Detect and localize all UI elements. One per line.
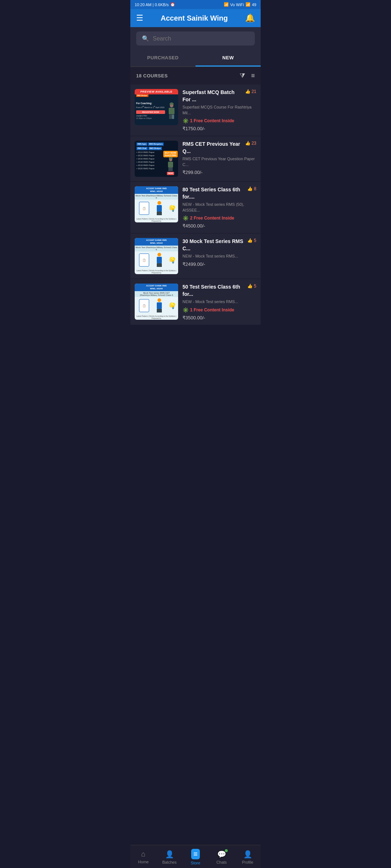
course-info-3: 80 Test Series Class 6th for.... 👍 8 NEW… [182,186,256,229]
list-item[interactable]: ACCENT SAINIK RMSWING, HISAR Mock Test (… [130,182,261,233]
star-icon: ✳️ [182,215,189,221]
courses-actions: ⧩ ≡ [240,72,255,80]
course-thumbnail-4: ACCENT SAINIK RMSWING, HISAR Mock Test (… [135,238,178,274]
course-price: ₹2499.00/- [182,261,256,267]
course-title: 80 Test Series Class 6th for.... [182,186,246,200]
course-description: NEW - Mock Test series RMS (50), AISSEE.… [182,202,256,213]
course-thumbnail-3: ACCENT SAINIK RMSWING, HISAR Mock Test (… [135,186,178,222]
thumbs-up-icon: 👍 [247,284,253,289]
course-thumbnail-5: ACCENT SAINIK RMSWING, HISAR Mock Test s… [135,284,178,320]
free-content-badge: ✳️ 1 Free Content Inside [182,118,256,124]
signal-icon: 📶 [224,2,229,7]
list-item[interactable]: ACCENT SAINIK RMSWING, HISAR Mock Test (… [130,234,261,278]
list-item[interactable]: ACCENT SAINIK RMSWING, HISAR Mock Test s… [130,279,261,325]
status-right: 📶 Vo WiFi 📶 49 [224,2,256,7]
course-thumbnail-2: RMS Agra RMS Bengaluru RMS Chail RMS Dho… [135,141,178,177]
course-info-4: 30 Mock Test Series RMS C... 👍 5 NEW - M… [182,238,256,274]
sort-icon[interactable]: ≡ [251,72,255,80]
search-input[interactable] [153,35,249,42]
filter-icon[interactable]: ⧩ [240,72,245,80]
test-icon: 📋 [139,254,149,267]
search-icon: 🔍 [142,35,149,42]
battery-level: 49 [252,3,256,7]
status-time: 10:20 AM | 0.6KB/s [135,3,169,7]
bulb-icon: 💡 [169,257,174,262]
course-price: ₹3500.00/- [182,315,256,320]
courses-count: 18 COURSES [136,73,168,78]
course-price: ₹1750.00/- [182,126,256,131]
course-description: Superfast MCQS Course For Rashtriya Mil.… [182,105,256,116]
course-info-1: Superfast MCQ Batch For ... 👍 21 Superfa… [182,89,256,131]
courses-header: 18 COURSES ⧩ ≡ [130,67,261,85]
tab-new[interactable]: NEW [196,50,261,67]
thumbs-up-icon: 👍 [245,141,251,146]
bulb-icon: 💡 [169,302,174,307]
like-count: 👍 5 [247,238,256,243]
like-count: 👍 8 [247,186,256,191]
like-count: 👍 5 [247,284,256,289]
course-price: ₹4500.00/- [182,223,256,229]
wifi-icon: Vo WiFi [230,3,244,7]
star-icon: ✳️ [182,307,189,313]
course-title: Superfast MCQ Batch For ... [182,89,244,103]
status-left: 10:20 AM | 0.6KB/s ⏰ [135,2,175,7]
course-description: RMS CET Previous Year Question Paper C..… [182,156,256,167]
star-icon: ✳️ [182,118,189,124]
thumbs-up-icon: 👍 [245,89,251,94]
hamburger-icon[interactable]: ☰ [136,13,143,23]
app-header: ☰ Accent Sainik Wing 🔔 [130,9,261,27]
status-bar: 10:20 AM | 0.6KB/s ⏰ 📶 Vo WiFi 📶 49 [130,0,261,9]
course-description: NEW - Mock Test series RMS... [182,254,256,259]
bulb-icon: 💡 [169,205,174,210]
course-price: ₹299.00/- [182,170,256,175]
course-title: RMS CET Previous Year Q... [182,141,244,155]
course-title: 50 Test Series Class 6th for... [182,284,246,298]
search-container: 🔍 [130,27,261,50]
course-description: NEW - Mock Test series RMS... [182,299,256,305]
search-bar[interactable]: 🔍 [136,31,255,46]
free-content-badge: ✳️ 2 Free Content Inside [182,215,256,221]
test-icon: 📋 [139,202,149,215]
app-title: Accent Sainik Wing [161,14,228,22]
test-icon: 📋 [139,299,149,312]
tab-purchased[interactable]: PURCHASED [130,50,196,67]
course-list: RMS Agra RMS Bengaluru RMS Chail RMS Dho… [130,85,261,325]
wifi-signal-icon: 📶 [245,2,251,7]
like-count: 👍 21 [245,89,256,94]
alarm-icon: ⏰ [170,2,175,7]
course-info-2: RMS CET Previous Year Q... 👍 23 RMS CET … [182,141,256,177]
notification-bell-icon[interactable]: 🔔 [245,13,255,23]
course-info-5: 50 Test Series Class 6th for... 👍 5 NEW … [182,284,256,320]
course-title: 30 Mock Test Series RMS C... [182,238,246,252]
like-count: 👍 23 [245,141,256,146]
free-content-badge: ✳️ 1 Free Content Inside [182,307,256,313]
thumbs-up-icon: 👍 [247,186,253,191]
course-thumbnail-1: RMS Agra RMS Bengaluru RMS Chail RMS Dho… [135,89,178,125]
tabs-container: PURCHASED NEW [130,50,261,67]
list-item[interactable]: RMS Agra RMS Bengaluru RMS Chail RMS Dho… [130,136,261,181]
list-item[interactable]: RMS Agra RMS Bengaluru RMS Chail RMS Dho… [130,85,261,136]
thumbs-up-icon: 👍 [247,238,253,243]
preview-available-badge: PREVIEW AVAILABLE [135,89,178,94]
